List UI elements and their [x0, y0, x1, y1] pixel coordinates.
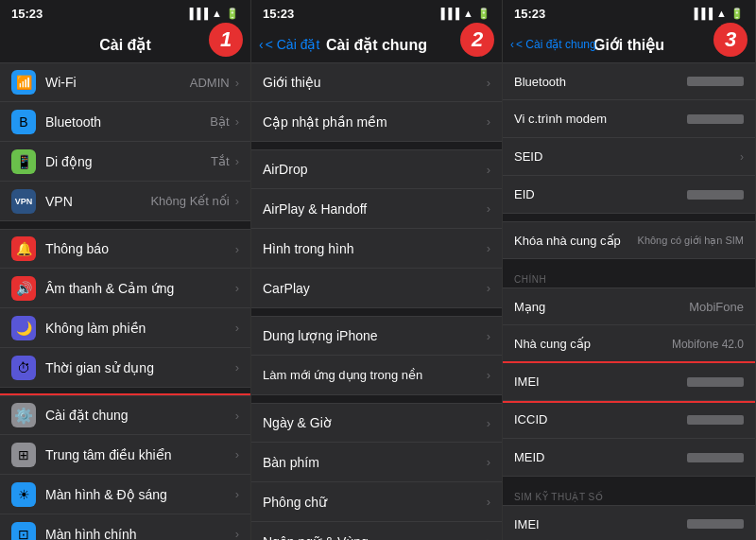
language-label: Ngôn ngữ & Vùng: [263, 534, 487, 541]
imei-label: IMEI: [514, 375, 687, 389]
settings-item-wifi[interactable]: 📶 Wi-Fi ADMIN ›: [0, 62, 250, 102]
airplay-label: AirPlay & Handoff: [263, 201, 487, 217]
homescreen-label: Màn hình chính: [45, 527, 235, 541]
step-badge-2: 2: [460, 23, 494, 57]
settings-item-general[interactable]: ⚙️ Cài đặt chung ›: [0, 395, 250, 435]
group3-sim: IMEI: [503, 505, 755, 540]
mobile-chevron: ›: [235, 154, 239, 168]
carplay-chevron: ›: [487, 281, 490, 295]
airplay-chevron: ›: [487, 201, 490, 216]
detail-imei: IMEI: [503, 363, 755, 401]
donotdisturb-chevron: ›: [235, 321, 239, 335]
settings-item-about[interactable]: Giới thiệu ›: [251, 62, 502, 102]
datetime-label: Ngày & Giờ: [263, 415, 487, 430]
group2-storage: Dung lượng iPhone › Làm mới ứng dụng tro…: [251, 316, 502, 395]
settings-item-carplay[interactable]: CarPlay ›: [251, 269, 502, 308]
about-chevron: ›: [487, 76, 490, 90]
nav-title-1: Cài đặt: [99, 36, 150, 54]
settings-item-donotdisturb[interactable]: 🌙 Không làm phiền ›: [0, 308, 250, 348]
settings-item-display[interactable]: ☀ Màn hình & Độ sáng ›: [0, 475, 250, 514]
network-value: MobiFone: [689, 300, 744, 314]
settings-item-screentime[interactable]: ⏱ Thời gian sử dụng ›: [0, 348, 250, 388]
settings-item-airplay[interactable]: AirPlay & Handoff ›: [251, 189, 502, 229]
settings-item-datetime[interactable]: Ngày & Giờ ›: [251, 403, 502, 443]
settings-item-notifications[interactable]: 🔔 Thông báo ›: [0, 229, 250, 269]
settings-item-fonts[interactable]: Phông chữ ›: [251, 482, 502, 522]
wifi-label: Wi-Fi: [45, 75, 190, 90]
homescreen-icon: ⊡: [11, 522, 36, 541]
status-bar-1: 15:23 ▐▐▐ ▲ 🔋: [0, 0, 250, 26]
group3-divider-1: [503, 214, 755, 221]
status-icons-1: ▐▐▐ ▲ 🔋: [186, 8, 239, 20]
status-bar-3: 15:23 ▐▐▐ ▲ 🔋: [503, 0, 755, 26]
settings-item-airdrop[interactable]: AirDrop ›: [251, 149, 502, 189]
meid-value: [687, 453, 744, 462]
detail-carrierlock: Khóa nhà cung cấp Không có giới hạn SIM: [503, 221, 755, 259]
bluetooth-chevron: ›: [235, 114, 239, 129]
eid-detail-value: [687, 190, 744, 200]
meid-label: MEID: [514, 450, 687, 464]
settings-item-controlcenter[interactable]: ⊞ Trung tâm điều khiển ›: [0, 435, 250, 475]
airdrop-chevron: ›: [487, 163, 490, 177]
group2-locale: Ngày & Giờ › Bàn phím › Phông chữ › Ngôn…: [251, 403, 502, 540]
settings-item-vpn[interactable]: VPN VPN Không Kết nối ›: [0, 182, 250, 221]
softwareupdate-chevron: ›: [487, 114, 490, 129]
controlcenter-chevron: ›: [235, 447, 239, 462]
settings-item-pip[interactable]: Hình trong hình ›: [251, 229, 502, 269]
softwareupdate-label: Cập nhật phần mềm: [263, 114, 487, 130]
carrier-value: Mobifone 42.0: [672, 338, 744, 351]
carrierlock-label: Khóa nhà cung cấp: [514, 234, 638, 248]
detail-seid[interactable]: SEID ›: [503, 138, 755, 176]
panel-2: 15:23 ▐▐▐ ▲ 🔋 ‹ < Cài đặt Cài đặt chung …: [251, 0, 503, 540]
modem-detail-value: [687, 114, 744, 124]
settings-item-language[interactable]: Ngôn ngữ & Vùng ›: [251, 522, 502, 540]
sound-icon: 🔊: [11, 276, 36, 301]
settings-item-storage[interactable]: Dung lượng iPhone ›: [251, 316, 502, 356]
display-icon: ☀: [11, 482, 36, 507]
detail-modem: Vi c.trình modem: [503, 100, 755, 138]
signal-icon-3: ▐▐▐: [691, 8, 713, 19]
back-label-3: < Cài đặt chung: [516, 38, 596, 51]
step-badge-1: 1: [209, 23, 243, 57]
sound-chevron: ›: [235, 281, 239, 295]
settings-item-softwareupdate[interactable]: Cập nhật phần mềm ›: [251, 102, 502, 142]
bgrefresh-label: Làm mới ứng dụng trong nền: [263, 368, 487, 382]
back-label-2: < Cài đặt: [266, 37, 320, 52]
back-chevron-2: ‹: [259, 37, 264, 52]
settings-item-keyboard[interactable]: Bàn phím ›: [251, 443, 502, 482]
iccid-value: [687, 415, 744, 425]
nav-back-3[interactable]: ‹ < Cài đặt chung: [510, 38, 596, 51]
controlcenter-icon: ⊞: [11, 443, 36, 467]
status-time-3: 15:23: [514, 7, 545, 21]
group2-divider-1: [251, 142, 502, 149]
bluetooth-value: Bật: [210, 114, 229, 129]
settings-item-homescreen[interactable]: ⊡ Màn hình chính ›: [0, 514, 250, 540]
wifi-icon: ▲: [212, 8, 222, 19]
vpn-value: Không Kết nối: [150, 194, 229, 208]
fonts-chevron: ›: [487, 495, 490, 509]
sim-label: SIM KỸ THUẬT SỐ: [514, 492, 603, 502]
general-label: Cài đặt chung: [45, 408, 235, 423]
carrierlock-value: Không có giới hạn SIM: [638, 235, 744, 247]
mobile-label: Di động: [45, 154, 211, 169]
donotdisturb-icon: 🌙: [11, 316, 36, 340]
group-divider-1: [0, 221, 250, 229]
settings-list-2: Giới thiệu › Cập nhật phần mềm › AirDrop…: [251, 62, 502, 540]
fonts-label: Phông chữ: [263, 495, 487, 510]
battery-icon-2: 🔋: [477, 8, 490, 20]
settings-item-sound[interactable]: 🔊 Âm thanh & Cảm ứng ›: [0, 269, 250, 308]
screentime-chevron: ›: [235, 360, 239, 375]
about-label: Giới thiệu: [263, 75, 487, 90]
group2-about: Giới thiệu › Cập nhật phần mềm ›: [251, 62, 502, 142]
detail-carrier: Nhà cung cấp Mobifone 42.0: [503, 325, 755, 363]
bluetooth-detail-value: [687, 77, 744, 86]
settings-item-mobile[interactable]: 📱 Di động Tắt ›: [0, 142, 250, 182]
settings-item-bluetooth[interactable]: B Bluetooth Bật ›: [0, 102, 250, 142]
detail-imei2: IMEI: [503, 505, 755, 540]
chinh-label: CHÍNH: [514, 274, 546, 285]
nav-back-2[interactable]: ‹ < Cài đặt: [259, 37, 319, 52]
status-icons-3: ▐▐▐ ▲ 🔋: [691, 8, 744, 20]
wifi-icon-item: 📶: [11, 70, 36, 95]
signal-icon: ▐▐▐: [186, 8, 208, 19]
settings-item-bgrefresh[interactable]: Làm mới ứng dụng trong nền ›: [251, 356, 502, 395]
